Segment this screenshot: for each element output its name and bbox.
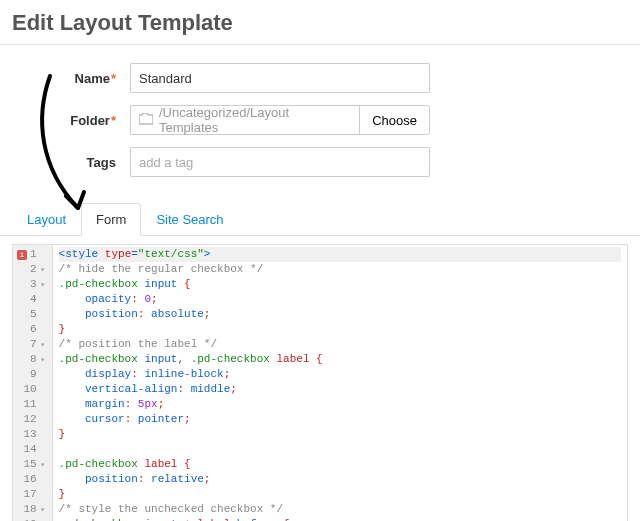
- gutter-line: i1: [17, 247, 46, 262]
- editor-gutter: i12▾3▾4567▾8▾9101112131415▾161718▾19▾202…: [13, 245, 53, 521]
- code-line[interactable]: vertical-align: middle;: [59, 382, 621, 397]
- code-line[interactable]: }: [59, 427, 621, 442]
- code-line[interactable]: .pd-checkbox input, .pd-checkbox label {: [59, 352, 621, 367]
- folder-group: /Uncategorized/Layout Templates Choose: [130, 105, 430, 135]
- name-label: Name*: [20, 71, 130, 86]
- page-title: Edit Layout Template: [0, 0, 640, 45]
- code-line[interactable]: cursor: pointer;: [59, 412, 621, 427]
- gutter-line: 6: [17, 322, 46, 337]
- gutter-line: 14: [17, 442, 46, 457]
- code-editor[interactable]: i12▾3▾4567▾8▾9101112131415▾161718▾19▾202…: [12, 244, 628, 521]
- name-row: Name*: [20, 63, 620, 93]
- gutter-line: 19▾: [17, 517, 46, 521]
- code-line[interactable]: }: [59, 322, 621, 337]
- gutter-line: 16: [17, 472, 46, 487]
- fold-toggle-icon[interactable]: ▾: [40, 262, 46, 277]
- gutter-line: 4: [17, 292, 46, 307]
- editor-code[interactable]: <style type="text/css">/* hide the regul…: [53, 245, 627, 521]
- gutter-line: 7▾: [17, 337, 46, 352]
- gutter-line: 15▾: [17, 457, 46, 472]
- error-marker-icon: i: [17, 250, 27, 260]
- fold-toggle-icon[interactable]: ▾: [40, 517, 46, 521]
- tags-row: Tags: [20, 147, 620, 177]
- gutter-line: 9: [17, 367, 46, 382]
- folder-row: Folder* /Uncategorized/Layout Templates …: [20, 105, 620, 135]
- code-line[interactable]: opacity: 0;: [59, 292, 621, 307]
- gutter-line: 11: [17, 397, 46, 412]
- required-marker: *: [111, 113, 116, 128]
- fold-toggle-icon[interactable]: ▾: [40, 502, 46, 517]
- code-line[interactable]: .pd-checkbox input {: [59, 277, 621, 292]
- fold-toggle-icon[interactable]: ▾: [40, 457, 46, 472]
- folder-icon: [139, 113, 153, 128]
- code-line[interactable]: <style type="text/css">: [59, 247, 621, 262]
- code-line[interactable]: position: relative;: [59, 472, 621, 487]
- gutter-line: 13: [17, 427, 46, 442]
- gutter-line: 3▾: [17, 277, 46, 292]
- gutter-line: 5: [17, 307, 46, 322]
- folder-path-display[interactable]: /Uncategorized/Layout Templates: [130, 105, 359, 135]
- fold-toggle-icon[interactable]: ▾: [40, 352, 46, 367]
- gutter-line: 10: [17, 382, 46, 397]
- gutter-line: 18▾: [17, 502, 46, 517]
- gutter-line: 17: [17, 487, 46, 502]
- fold-toggle-icon[interactable]: ▾: [40, 337, 46, 352]
- tab-bar: Layout Form Site Search: [0, 203, 640, 236]
- choose-button[interactable]: Choose: [359, 105, 430, 135]
- form-area: Name* Folder* /Uncategorized/Layout Temp…: [0, 45, 640, 203]
- required-marker: *: [111, 71, 116, 86]
- code-line[interactable]: /* position the label */: [59, 337, 621, 352]
- tab-form[interactable]: Form: [81, 203, 141, 236]
- code-line[interactable]: [59, 442, 621, 457]
- gutter-line: 2▾: [17, 262, 46, 277]
- gutter-line: 12: [17, 412, 46, 427]
- code-line[interactable]: .pd-checkbox input + label:before {: [59, 517, 621, 521]
- code-line[interactable]: }: [59, 487, 621, 502]
- code-line[interactable]: /* hide the regular checkbox */: [59, 262, 621, 277]
- folder-label: Folder*: [20, 113, 130, 128]
- gutter-line: 8▾: [17, 352, 46, 367]
- folder-path-text: /Uncategorized/Layout Templates: [159, 105, 351, 135]
- code-line[interactable]: display: inline-block;: [59, 367, 621, 382]
- code-line[interactable]: .pd-checkbox label {: [59, 457, 621, 472]
- tags-label: Tags: [20, 155, 130, 170]
- name-input[interactable]: [130, 63, 430, 93]
- code-line[interactable]: /* style the unchecked checkbox */: [59, 502, 621, 517]
- code-line[interactable]: margin: 5px;: [59, 397, 621, 412]
- code-line[interactable]: position: absolute;: [59, 307, 621, 322]
- tags-input[interactable]: [130, 147, 430, 177]
- fold-toggle-icon[interactable]: ▾: [40, 277, 46, 292]
- tab-site-search[interactable]: Site Search: [141, 203, 238, 236]
- tab-layout[interactable]: Layout: [12, 203, 81, 236]
